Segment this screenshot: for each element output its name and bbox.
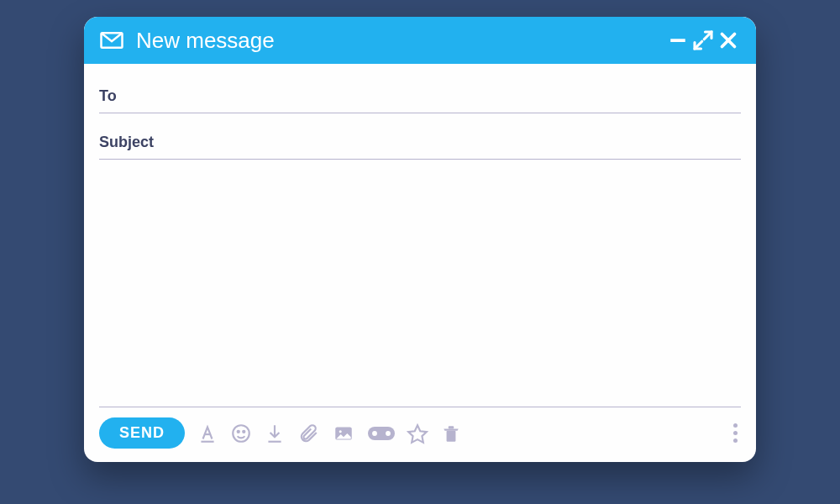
svg-marker-14 xyxy=(408,425,427,443)
svg-point-5 xyxy=(233,425,249,442)
send-button[interactable]: SEND xyxy=(99,417,185,449)
to-label: To xyxy=(99,87,166,105)
paperclip-icon[interactable] xyxy=(297,423,319,444)
image-icon[interactable] xyxy=(331,423,356,444)
trash-icon[interactable] xyxy=(440,423,462,444)
svg-rect-11 xyxy=(368,427,395,440)
svg-point-6 xyxy=(238,430,239,432)
svg-point-13 xyxy=(386,431,391,436)
emoji-icon[interactable] xyxy=(230,423,252,444)
to-input[interactable] xyxy=(166,87,741,104)
footer-toolbar: SEND xyxy=(84,407,756,462)
text-format-icon[interactable] xyxy=(197,423,218,444)
expand-button[interactable] xyxy=(690,28,716,53)
link-icon[interactable] xyxy=(368,423,395,444)
message-body-input[interactable] xyxy=(99,171,741,407)
close-button[interactable] xyxy=(716,28,741,53)
star-icon[interactable] xyxy=(407,423,428,444)
header-fields: To Subject xyxy=(84,64,756,160)
svg-point-10 xyxy=(339,430,342,433)
svg-point-12 xyxy=(372,431,377,436)
subject-input[interactable] xyxy=(166,134,741,150)
more-icon[interactable] xyxy=(730,420,741,446)
subject-row: Subject xyxy=(99,125,741,160)
window-title: New message xyxy=(136,28,275,54)
to-row: To xyxy=(99,79,741,113)
minimize-button[interactable] xyxy=(665,28,690,53)
envelope-icon xyxy=(99,28,124,53)
svg-point-7 xyxy=(243,430,244,432)
compose-window: New message To Subject SEND xyxy=(84,17,756,462)
svg-rect-16 xyxy=(449,426,454,428)
titlebar[interactable]: New message xyxy=(84,17,756,64)
subject-label: Subject xyxy=(99,134,166,151)
svg-rect-15 xyxy=(447,430,456,441)
download-icon[interactable] xyxy=(264,423,286,444)
